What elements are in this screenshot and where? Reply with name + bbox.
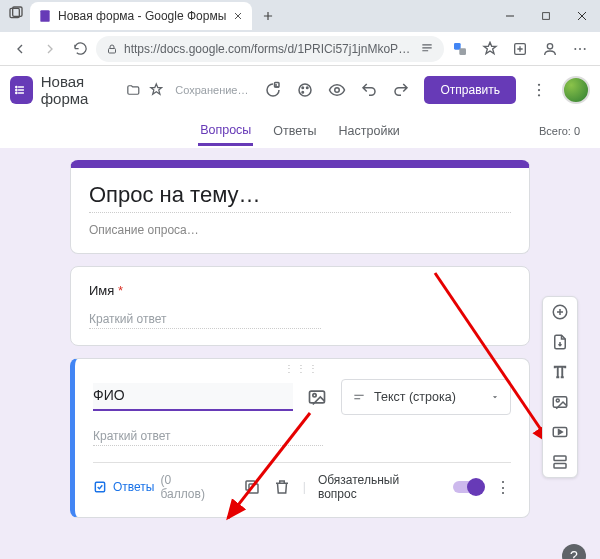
undo-icon[interactable]: [360, 81, 378, 99]
tab-responses[interactable]: Ответы: [271, 118, 318, 144]
new-tab-button[interactable]: [256, 4, 280, 28]
menu-icon[interactable]: [566, 35, 594, 63]
send-button[interactable]: Отправить: [424, 76, 516, 104]
svg-point-21: [538, 84, 540, 86]
svg-rect-3: [543, 13, 550, 20]
delete-icon[interactable]: [273, 478, 291, 496]
svg-point-16: [299, 84, 311, 96]
question-label: Имя *: [89, 283, 511, 298]
svg-rect-6: [459, 48, 466, 55]
svg-point-25: [313, 394, 316, 397]
question-footer: Ответы (0 баллов) | Обязательный вопрос …: [93, 462, 511, 501]
form-title-input[interactable]: Опрос на тему…: [89, 182, 511, 213]
tab-settings[interactable]: Настройки: [337, 118, 402, 144]
svg-rect-27: [249, 484, 258, 493]
more-menu-icon[interactable]: [530, 81, 548, 99]
tab-title: Новая форма - Google Формы: [58, 9, 226, 23]
app: Новая форма Сохранение… Отправить Вопрос…: [0, 66, 600, 148]
form-description-input[interactable]: Описание опроса…: [89, 223, 511, 237]
favorite-icon[interactable]: [476, 35, 504, 63]
answer-key-link[interactable]: Ответы (0 баллов): [93, 473, 219, 501]
back-button[interactable]: [6, 35, 34, 63]
svg-point-12: [16, 87, 17, 88]
add-question-icon[interactable]: [551, 303, 569, 321]
svg-point-11: [584, 48, 586, 50]
drag-handle-icon[interactable]: ⋮⋮⋮: [284, 363, 320, 374]
svg-rect-4: [109, 48, 116, 53]
tabs-overview-icon[interactable]: [8, 5, 24, 21]
forms-logo-icon[interactable]: [10, 76, 33, 104]
app-header: Новая форма Сохранение… Отправить: [0, 66, 600, 114]
addons-icon[interactable]: [264, 81, 282, 99]
chevron-down-icon: [490, 392, 500, 402]
add-section-icon[interactable]: [551, 453, 569, 471]
svg-rect-33: [554, 464, 566, 469]
browser-tab-active[interactable]: Новая форма - Google Формы: [30, 2, 252, 30]
close-window-button[interactable]: [564, 0, 600, 32]
duplicate-icon[interactable]: [243, 478, 261, 496]
svg-point-19: [302, 92, 304, 94]
url-text: https://docs.google.com/forms/d/1PRICi57…: [124, 42, 414, 56]
type-label: Текст (строка): [374, 390, 456, 404]
svg-rect-2: [40, 10, 49, 22]
import-questions-icon[interactable]: [551, 333, 569, 351]
form-title[interactable]: Новая форма: [41, 73, 118, 107]
svg-point-18: [307, 87, 309, 89]
lock-icon: [106, 43, 118, 55]
translate-icon[interactable]: [446, 35, 474, 63]
svg-point-14: [16, 92, 17, 93]
forms-favicon-icon: [38, 9, 52, 23]
minimize-button[interactable]: [492, 0, 528, 32]
required-label: Обязательный вопрос: [318, 473, 441, 501]
question-card-1[interactable]: Имя * Краткий ответ: [70, 266, 530, 346]
required-asterisk: *: [118, 283, 123, 298]
star-icon[interactable]: [149, 81, 164, 99]
url-box[interactable]: https://docs.google.com/forms/d/1PRICi57…: [96, 36, 444, 62]
window-titlebar: Новая форма - Google Формы: [0, 0, 600, 32]
svg-point-10: [579, 48, 581, 50]
add-image-button[interactable]: [303, 383, 331, 411]
add-image-icon[interactable]: [551, 393, 569, 411]
folder-icon[interactable]: [126, 81, 141, 99]
question-more-icon[interactable]: ⋮: [495, 478, 511, 497]
short-text-icon: [352, 390, 366, 404]
workspace: Опрос на тему… Описание опроса… Имя * Кр…: [0, 148, 600, 559]
side-toolbar: [542, 296, 578, 478]
collections-icon[interactable]: [506, 35, 534, 63]
required-toggle[interactable]: [453, 481, 483, 493]
maximize-button[interactable]: [528, 0, 564, 32]
answer-placeholder: Краткий ответ: [93, 429, 323, 446]
svg-point-8: [547, 43, 552, 48]
profile-icon[interactable]: [536, 35, 564, 63]
tabs-row: Вопросы Ответы Настройки Всего: 0: [0, 114, 600, 148]
reader-icon[interactable]: [420, 42, 434, 56]
question-card-2-active[interactable]: ⋮⋮⋮ Текст (строка) Краткий ответ Ответы …: [70, 358, 530, 518]
redo-icon[interactable]: [392, 81, 410, 99]
preview-icon[interactable]: [328, 81, 346, 99]
svg-point-22: [538, 89, 540, 91]
svg-point-30: [556, 399, 559, 402]
close-tab-icon[interactable]: [232, 10, 244, 22]
help-button[interactable]: ?: [562, 544, 586, 559]
reload-button[interactable]: [66, 35, 94, 63]
header-actions: Отправить: [264, 76, 590, 104]
svg-point-20: [335, 88, 340, 93]
add-title-icon[interactable]: [551, 363, 569, 381]
tab-strip: Новая форма - Google Формы: [8, 0, 492, 32]
total-points: Всего: 0: [539, 125, 580, 137]
svg-point-9: [574, 48, 576, 50]
question-type-dropdown[interactable]: Текст (строка): [341, 379, 511, 415]
address-bar: https://docs.google.com/forms/d/1PRICi57…: [0, 32, 600, 66]
question-title-input[interactable]: [93, 383, 293, 411]
answer-placeholder: Краткий ответ: [89, 312, 321, 329]
add-video-icon[interactable]: [551, 423, 569, 441]
tab-questions[interactable]: Вопросы: [198, 117, 253, 146]
forward-button[interactable]: [36, 35, 64, 63]
svg-point-23: [538, 94, 540, 96]
svg-rect-5: [454, 43, 461, 50]
svg-point-17: [302, 87, 304, 89]
saving-status: Сохранение…: [175, 84, 248, 96]
theme-icon[interactable]: [296, 81, 314, 99]
account-avatar[interactable]: [562, 76, 590, 104]
title-card[interactable]: Опрос на тему… Описание опроса…: [70, 160, 530, 254]
